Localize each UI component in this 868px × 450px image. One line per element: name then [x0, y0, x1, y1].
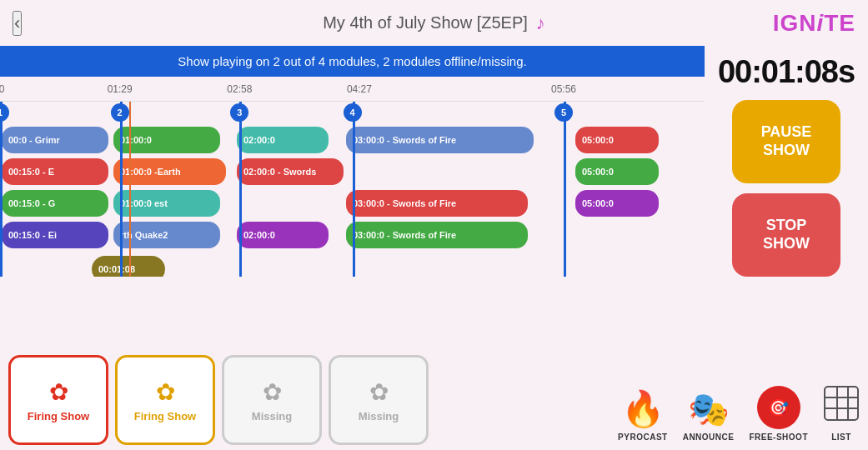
cue-block[interactable]: 03:00:0 - Swords of Fire: [346, 127, 534, 153]
stop-show-button[interactable]: STOP SHOW: [732, 193, 840, 277]
module-icon-2: ✿: [156, 378, 175, 406]
pause-show-button[interactable]: PAUSE SHOW: [732, 100, 840, 183]
cue-block[interactable]: 05:00:0: [575, 127, 659, 153]
module-label-2: Firing Show: [134, 410, 196, 422]
freeshoot-label: FREE-SHOOT: [749, 432, 808, 442]
title-area: My 4th of July Show [Z5EP] ♪: [323, 12, 545, 34]
module-icon-1: ✿: [49, 378, 68, 406]
list-nav-item[interactable]: LIST: [823, 385, 860, 442]
module-label-4: Missing: [359, 410, 399, 422]
ruler-mark-2: 02:58: [227, 83, 252, 95]
module-icon-3: ✿: [263, 378, 282, 406]
pyrocast-label: PYROCAST: [618, 432, 668, 442]
timeline-ruler: 0 01:29 02:58 04:27 05:56: [0, 77, 705, 102]
pyrocast-nav-item[interactable]: 🔥 PYROCAST: [618, 388, 668, 442]
module-line-5: [564, 102, 566, 277]
module-badge-3: 3: [230, 103, 248, 122]
ruler-mark-1: 01:29: [108, 83, 133, 95]
announce-icon: 🎭: [688, 390, 730, 429]
ruler-mark-0: 0: [0, 83, 4, 95]
announce-nav-item[interactable]: 🎭 ANNOUNCE: [683, 390, 735, 442]
module-card-4[interactable]: ✿ Missing: [329, 355, 429, 445]
show-title: My 4th of July Show [Z5EP]: [323, 13, 528, 32]
module-badge-4: 4: [344, 103, 362, 122]
playhead: [129, 102, 131, 277]
module-badge-1: 1: [0, 103, 9, 122]
list-label: LIST: [831, 432, 851, 442]
music-icon: ♪: [536, 12, 545, 34]
module-line-2: [120, 102, 123, 277]
ruler-mark-3: 04:27: [347, 83, 372, 95]
modules-area: ✿ Firing Show ✿ Firing Show ✿ Missing ✿ …: [0, 350, 705, 450]
cue-block[interactable]: 03:00:0 - Swords of Fire: [346, 190, 528, 217]
cue-block[interactable]: 05:00:0: [575, 158, 659, 185]
list-icon: [823, 385, 860, 429]
time-badge: 00:01:08: [92, 256, 165, 277]
timeline-tracks: 1 2 3 4 5 00:0 - Grimr 00:15:0 - E 00:15…: [0, 102, 705, 277]
cue-block[interactable]: 03:00:0 - Swords of Fire: [346, 222, 528, 248]
module-label-3: Missing: [252, 410, 292, 422]
module-badge-5: 5: [554, 103, 573, 122]
pyrocast-icon: 🔥: [621, 388, 665, 429]
module-label-1: Firing Show: [28, 410, 89, 422]
module-line-4: [353, 102, 355, 277]
svg-rect-0: [825, 387, 858, 420]
left-panel: Show playing on 2 out of 4 modules, 2 mo…: [0, 46, 705, 450]
module-line-1: [0, 102, 3, 277]
timeline-container[interactable]: 0 01:29 02:58 04:27 05:56 1 2 3 4 5: [0, 77, 705, 350]
module-card-2[interactable]: ✿ Firing Show: [115, 355, 215, 445]
cue-block[interactable]: 02:00:0 - Swords: [237, 158, 344, 185]
freeshoot-icon: 🎯: [757, 386, 800, 429]
timer-display: 00:01:08s: [718, 54, 855, 90]
cue-block[interactable]: 00:15:0 - E: [2, 158, 108, 185]
module-badge-2: 2: [111, 103, 129, 122]
bottom-nav: 🔥 PYROCAST 🎭 ANNOUNCE 🎯 FREE-SHOOT LIST: [618, 385, 860, 442]
cue-block[interactable]: 00:15:0 - Ei: [2, 222, 108, 248]
cue-block[interactable]: 00:0 - Grimr: [2, 127, 108, 153]
header: ‹ My 4th of July Show [Z5EP] ♪ IGNiTE: [0, 0, 868, 46]
module-card-3[interactable]: ✿ Missing: [222, 355, 322, 445]
ruler-mark-4: 05:56: [551, 83, 576, 95]
back-button[interactable]: ‹: [13, 11, 22, 36]
cue-block[interactable]: 00:15:0 - G: [2, 190, 108, 217]
module-line-3: [239, 102, 242, 277]
cue-block[interactable]: 02:00:0: [237, 222, 329, 248]
status-bar: Show playing on 2 out of 4 modules, 2 mo…: [0, 46, 705, 77]
freeshoot-nav-item[interactable]: 🎯 FREE-SHOOT: [749, 386, 808, 442]
cue-block[interactable]: 05:00:0: [575, 190, 659, 217]
cue-block[interactable]: 02:00:0: [237, 127, 329, 153]
module-card-1[interactable]: ✿ Firing Show: [8, 355, 108, 445]
announce-label: ANNOUNCE: [683, 432, 735, 442]
module-icon-4: ✿: [369, 378, 389, 406]
ignite-logo: IGNiTE: [773, 10, 855, 37]
